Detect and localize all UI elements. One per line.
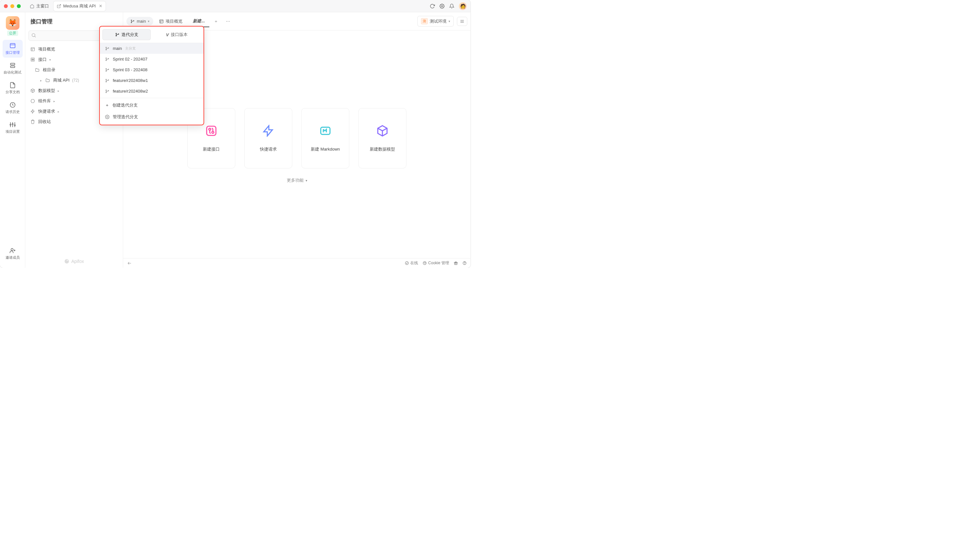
branch-icon	[105, 46, 109, 51]
rail-project-settings[interactable]: 项目设置	[3, 119, 23, 136]
close-window-icon[interactable]	[4, 4, 8, 8]
rail-label: 分享文档	[5, 90, 20, 95]
collapse-sidebar-icon[interactable]	[127, 261, 132, 266]
branch-tag: 主分支	[125, 46, 136, 51]
project-tab-label: Medusa 商城 API	[63, 3, 96, 9]
env-tag: 测	[421, 18, 428, 24]
rail-share-docs[interactable]: 分享文档	[3, 79, 23, 97]
maximize-window-icon[interactable]	[17, 4, 21, 8]
svg-point-18	[212, 132, 214, 133]
branch-item[interactable]: feature/r202408w2	[100, 86, 204, 96]
svg-point-14	[133, 21, 134, 21]
new-api-icon	[205, 124, 218, 137]
svg-point-47	[106, 116, 108, 117]
help-icon[interactable]	[462, 261, 467, 265]
branch-item[interactable]: Sprint 02 - 202407	[100, 54, 204, 64]
chevron-right-icon: ▸	[53, 99, 57, 103]
folder-icon	[35, 68, 40, 72]
svg-point-45	[106, 92, 106, 93]
cookie-manage[interactable]: Cookie 管理	[423, 260, 449, 266]
svg-point-12	[131, 20, 132, 21]
chevron-down-icon: ▾	[449, 19, 450, 23]
branch-icon	[105, 79, 109, 83]
project-tab[interactable]: Medusa 商城 API ✕	[53, 1, 106, 11]
minimize-window-icon[interactable]	[10, 4, 14, 8]
home-icon	[30, 4, 34, 8]
dropdown-tab-branches[interactable]: 迭代分支	[102, 29, 151, 40]
settings-icon[interactable]	[439, 3, 445, 9]
branch-item-main[interactable]: main 主分支	[100, 43, 204, 54]
manage-branch-item[interactable]: 管理迭代分支	[100, 111, 204, 123]
dropdown-tab-versions[interactable]: V 接口版本	[153, 29, 201, 40]
user-avatar[interactable]: 🧑	[459, 2, 467, 10]
bell-icon[interactable]	[449, 3, 454, 9]
branch-item[interactable]: Sprint 03 - 202408	[100, 64, 204, 75]
branch-icon	[115, 32, 119, 37]
card-label: 新建接口	[203, 146, 220, 152]
version-icon: V	[166, 32, 169, 37]
tab-menu-button[interactable]: ⋯	[223, 17, 233, 26]
rail-invite[interactable]: 邀请成员	[3, 245, 23, 263]
svg-point-40	[108, 69, 109, 70]
chevron-right-icon: ▸	[40, 79, 43, 82]
rail-label: 接口管理	[5, 50, 20, 55]
svg-point-36	[106, 60, 106, 61]
rail-label: 请求历史	[5, 109, 20, 114]
svg-point-43	[108, 80, 109, 80]
svg-point-20	[406, 261, 409, 265]
gift-icon[interactable]	[454, 261, 458, 265]
card-new-model[interactable]: 新建数据模型	[359, 108, 406, 168]
svg-rect-1	[10, 43, 15, 48]
svg-point-0	[441, 5, 443, 7]
svg-point-44	[106, 90, 106, 90]
branch-item[interactable]: feature/r202408w1	[100, 75, 204, 86]
card-label: 新建数据模型	[370, 146, 395, 152]
rail-automation[interactable]: 自动化测试	[3, 59, 23, 77]
svg-point-22	[424, 263, 425, 263]
env-label: 测试环境	[430, 18, 447, 24]
svg-point-34	[108, 48, 109, 48]
main-window-tab[interactable]: 主窗口	[27, 1, 52, 11]
card-label: 快捷请求	[260, 146, 277, 152]
chevron-down-icon: ▾	[306, 179, 307, 182]
rail-label: 邀请成员	[5, 255, 20, 260]
chevron-right-icon: ▸	[58, 110, 61, 113]
refresh-icon[interactable]	[430, 3, 435, 9]
svg-point-5	[10, 124, 11, 125]
svg-rect-16	[207, 126, 216, 136]
branch-icon	[105, 57, 109, 61]
environment-selector[interactable]: 测 测试环境 ▾	[417, 16, 454, 27]
plus-icon: ＋	[105, 102, 109, 108]
svg-point-30	[116, 35, 116, 36]
rail-api-management[interactable]: 接口管理	[3, 40, 23, 58]
svg-point-39	[106, 71, 106, 71]
content-tab-new[interactable]: 新建...	[188, 16, 209, 27]
create-branch-item[interactable]: ＋ 创建迭代分支	[100, 99, 204, 111]
dropdown-tab-label: 迭代分支	[122, 32, 138, 38]
component-icon	[31, 99, 35, 103]
svg-point-37	[108, 58, 109, 59]
svg-point-6	[12, 124, 13, 125]
project-settings-icon	[10, 122, 16, 128]
panel-toggle-button[interactable]	[457, 17, 467, 26]
chevron-down-icon: ▾	[49, 58, 53, 61]
content-tab-overview[interactable]: 项目概览	[154, 16, 187, 27]
online-status[interactable]: 在线	[405, 260, 418, 266]
close-tab-icon[interactable]: ✕	[99, 3, 102, 8]
project-switcher[interactable]: 🦊 公开	[5, 16, 21, 36]
card-new-markdown[interactable]: 新建 Markdown	[301, 108, 349, 168]
card-quick-request[interactable]: 快捷请求	[245, 108, 292, 168]
svg-point-31	[118, 34, 119, 34]
rail-label: 项目设置	[5, 129, 20, 134]
add-tab-button[interactable]: ＋	[211, 16, 221, 26]
more-features-link[interactable]: 更多功能 ▾	[287, 178, 307, 183]
rail-history[interactable]: 请求历史	[3, 99, 23, 117]
external-link-icon	[57, 4, 61, 8]
branch-icon	[105, 68, 109, 72]
branch-selector[interactable]: main ▾	[126, 17, 153, 26]
markdown-icon	[319, 124, 332, 137]
svg-point-17	[209, 128, 211, 130]
sidebar-brand: Apifox	[25, 255, 123, 268]
tree-label: 组件库	[38, 98, 51, 104]
window-controls	[4, 4, 21, 8]
